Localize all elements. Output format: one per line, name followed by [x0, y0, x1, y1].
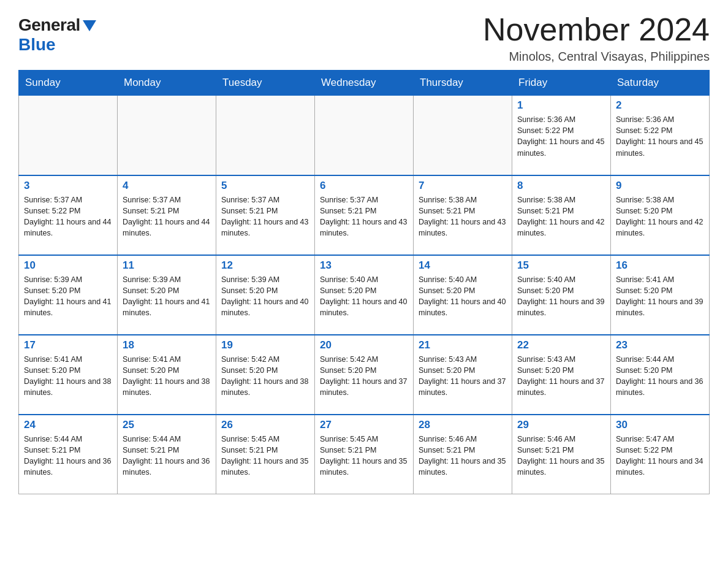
day-number: 27 [320, 419, 408, 431]
day-info: Sunrise: 5:39 AMSunset: 5:20 PMDaylight:… [123, 274, 211, 319]
day-number: 3 [24, 180, 112, 192]
calendar-cell: 7Sunrise: 5:38 AMSunset: 5:21 PMDaylight… [414, 175, 512, 255]
calendar-table: SundayMondayTuesdayWednesdayThursdayFrid… [18, 70, 710, 494]
day-info: Sunrise: 5:39 AMSunset: 5:20 PMDaylight:… [24, 274, 112, 319]
day-info: Sunrise: 5:37 AMSunset: 5:21 PMDaylight:… [221, 194, 309, 239]
day-number: 23 [616, 339, 704, 351]
day-info: Sunrise: 5:40 AMSunset: 5:20 PMDaylight:… [419, 274, 507, 319]
day-info: Sunrise: 5:46 AMSunset: 5:21 PMDaylight:… [517, 434, 605, 478]
day-info: Sunrise: 5:38 AMSunset: 5:20 PMDaylight:… [616, 194, 704, 239]
calendar-cell: 29Sunrise: 5:46 AMSunset: 5:21 PMDayligh… [512, 415, 611, 494]
calendar-week-row: 24Sunrise: 5:44 AMSunset: 5:21 PMDayligh… [19, 415, 710, 494]
day-info: Sunrise: 5:44 AMSunset: 5:21 PMDaylight:… [24, 434, 112, 478]
day-info: Sunrise: 5:38 AMSunset: 5:21 PMDaylight:… [419, 194, 507, 239]
day-info: Sunrise: 5:47 AMSunset: 5:22 PMDaylight:… [616, 434, 704, 478]
day-number: 24 [24, 419, 112, 431]
day-number: 30 [616, 419, 704, 431]
calendar-cell: 20Sunrise: 5:42 AMSunset: 5:20 PMDayligh… [315, 335, 414, 415]
day-number: 25 [123, 419, 211, 431]
day-info: Sunrise: 5:43 AMSunset: 5:20 PMDaylight:… [419, 354, 507, 399]
day-number: 15 [517, 259, 605, 272]
day-number: 26 [221, 419, 309, 431]
calendar-cell [315, 96, 414, 175]
day-info: Sunrise: 5:41 AMSunset: 5:20 PMDaylight:… [123, 354, 211, 399]
calendar-cell: 27Sunrise: 5:45 AMSunset: 5:21 PMDayligh… [315, 415, 414, 494]
day-number: 6 [320, 180, 408, 192]
calendar-cell: 10Sunrise: 5:39 AMSunset: 5:20 PMDayligh… [19, 255, 118, 335]
calendar-cell: 13Sunrise: 5:40 AMSunset: 5:20 PMDayligh… [315, 255, 414, 335]
day-number: 11 [123, 259, 211, 272]
day-number: 19 [221, 339, 309, 351]
calendar-header-monday: Monday [118, 71, 216, 96]
calendar-cell: 23Sunrise: 5:44 AMSunset: 5:20 PMDayligh… [611, 335, 710, 415]
calendar-cell: 1Sunrise: 5:36 AMSunset: 5:22 PMDaylight… [512, 96, 611, 175]
day-number: 1 [517, 99, 605, 112]
location-subtitle: Minolos, Central Visayas, Philippines [483, 50, 710, 64]
calendar-cell [216, 96, 315, 175]
day-number: 10 [24, 259, 112, 272]
day-info: Sunrise: 5:43 AMSunset: 5:20 PMDaylight:… [517, 354, 605, 399]
calendar-header-tuesday: Tuesday [216, 71, 315, 96]
day-info: Sunrise: 5:36 AMSunset: 5:22 PMDaylight:… [517, 114, 605, 159]
calendar-week-row: 10Sunrise: 5:39 AMSunset: 5:20 PMDayligh… [19, 255, 710, 335]
day-number: 20 [320, 339, 408, 351]
day-info: Sunrise: 5:37 AMSunset: 5:22 PMDaylight:… [24, 194, 112, 239]
svg-marker-0 [83, 20, 96, 31]
calendar-cell: 3Sunrise: 5:37 AMSunset: 5:22 PMDaylight… [19, 175, 118, 255]
day-number: 22 [517, 339, 605, 351]
day-number: 7 [419, 180, 507, 192]
day-info: Sunrise: 5:38 AMSunset: 5:21 PMDaylight:… [517, 194, 605, 239]
calendar-cell: 5Sunrise: 5:37 AMSunset: 5:21 PMDaylight… [216, 175, 315, 255]
calendar-cell [414, 96, 512, 175]
month-year-title: November 2024 [483, 12, 710, 47]
logo-general-text: General [18, 15, 80, 35]
calendar-cell: 15Sunrise: 5:40 AMSunset: 5:20 PMDayligh… [512, 255, 611, 335]
calendar-header-sunday: Sunday [19, 71, 118, 96]
day-info: Sunrise: 5:46 AMSunset: 5:21 PMDaylight:… [419, 434, 507, 478]
day-info: Sunrise: 5:42 AMSunset: 5:20 PMDaylight:… [221, 354, 309, 399]
calendar-cell: 17Sunrise: 5:41 AMSunset: 5:20 PMDayligh… [19, 335, 118, 415]
calendar-cell: 19Sunrise: 5:42 AMSunset: 5:20 PMDayligh… [216, 335, 315, 415]
day-info: Sunrise: 5:37 AMSunset: 5:21 PMDaylight:… [123, 194, 211, 239]
day-number: 5 [221, 180, 309, 192]
calendar-cell: 9Sunrise: 5:38 AMSunset: 5:20 PMDaylight… [611, 175, 710, 255]
calendar-cell: 28Sunrise: 5:46 AMSunset: 5:21 PMDayligh… [414, 415, 512, 494]
day-info: Sunrise: 5:42 AMSunset: 5:20 PMDaylight:… [320, 354, 408, 399]
calendar-week-row: 1Sunrise: 5:36 AMSunset: 5:22 PMDaylight… [19, 96, 710, 175]
calendar-header-thursday: Thursday [414, 71, 512, 96]
day-number: 28 [419, 419, 507, 431]
day-info: Sunrise: 5:45 AMSunset: 5:21 PMDaylight:… [221, 434, 309, 478]
day-info: Sunrise: 5:36 AMSunset: 5:22 PMDaylight:… [616, 114, 704, 159]
calendar-week-row: 17Sunrise: 5:41 AMSunset: 5:20 PMDayligh… [19, 335, 710, 415]
calendar-cell: 6Sunrise: 5:37 AMSunset: 5:21 PMDaylight… [315, 175, 414, 255]
page-header: General Blue November 2024 Minolos, Cent… [18, 12, 710, 64]
calendar-week-row: 3Sunrise: 5:37 AMSunset: 5:22 PMDaylight… [19, 175, 710, 255]
logo-blue-text: Blue [18, 35, 56, 55]
calendar-cell: 4Sunrise: 5:37 AMSunset: 5:21 PMDaylight… [118, 175, 216, 255]
calendar-header-saturday: Saturday [611, 71, 710, 96]
day-number: 16 [616, 259, 704, 272]
calendar-cell: 11Sunrise: 5:39 AMSunset: 5:20 PMDayligh… [118, 255, 216, 335]
calendar-cell: 12Sunrise: 5:39 AMSunset: 5:20 PMDayligh… [216, 255, 315, 335]
calendar-cell: 22Sunrise: 5:43 AMSunset: 5:20 PMDayligh… [512, 335, 611, 415]
logo: General Blue [18, 12, 96, 55]
calendar-cell [19, 96, 118, 175]
day-number: 17 [24, 339, 112, 351]
calendar-header-row: SundayMondayTuesdayWednesdayThursdayFrid… [19, 71, 710, 96]
logo-triangle-icon [83, 20, 96, 31]
day-number: 29 [517, 419, 605, 431]
calendar-cell: 2Sunrise: 5:36 AMSunset: 5:22 PMDaylight… [611, 96, 710, 175]
day-info: Sunrise: 5:44 AMSunset: 5:21 PMDaylight:… [123, 434, 211, 478]
calendar-cell: 21Sunrise: 5:43 AMSunset: 5:20 PMDayligh… [414, 335, 512, 415]
calendar-cell: 8Sunrise: 5:38 AMSunset: 5:21 PMDaylight… [512, 175, 611, 255]
day-number: 21 [419, 339, 507, 351]
day-info: Sunrise: 5:37 AMSunset: 5:21 PMDaylight:… [320, 194, 408, 239]
calendar-cell: 26Sunrise: 5:45 AMSunset: 5:21 PMDayligh… [216, 415, 315, 494]
calendar-header-friday: Friday [512, 71, 611, 96]
day-info: Sunrise: 5:39 AMSunset: 5:20 PMDaylight:… [221, 274, 309, 319]
day-info: Sunrise: 5:40 AMSunset: 5:20 PMDaylight:… [320, 274, 408, 319]
calendar-cell: 25Sunrise: 5:44 AMSunset: 5:21 PMDayligh… [118, 415, 216, 494]
calendar-header-wednesday: Wednesday [315, 71, 414, 96]
day-number: 12 [221, 259, 309, 272]
day-info: Sunrise: 5:40 AMSunset: 5:20 PMDaylight:… [517, 274, 605, 319]
